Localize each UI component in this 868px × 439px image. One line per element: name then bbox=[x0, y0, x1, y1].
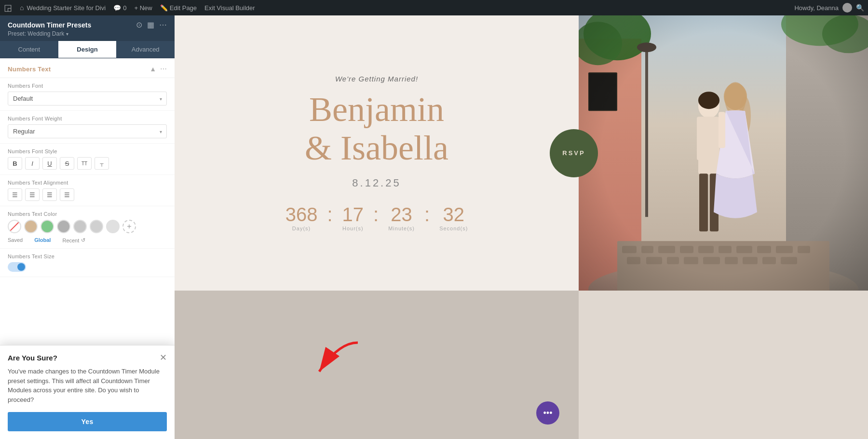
avatar bbox=[842, 3, 852, 13]
toggle-thumb bbox=[17, 263, 25, 271]
rsvp-label: RSVP bbox=[562, 149, 585, 157]
numbers-font-style-field: Numbers Font Style B I U S TT ┬ bbox=[0, 144, 175, 175]
preset-caret-icon[interactable]: ▾ bbox=[66, 31, 68, 37]
numbers-font-weight-field: Numbers Font Weight Regular ▾ bbox=[0, 111, 175, 144]
color-swatch-gray3[interactable] bbox=[90, 220, 103, 233]
color-swatch-gray2[interactable] bbox=[73, 220, 87, 233]
strikethrough-button[interactable]: S bbox=[60, 157, 74, 170]
wedding-date: 8.12.25 bbox=[352, 177, 401, 189]
color-swatches-row: + bbox=[8, 220, 167, 233]
numbers-font-field: Numbers Font Default ▾ bbox=[0, 78, 175, 111]
align-center-button[interactable]: ☰ bbox=[25, 188, 40, 201]
confirm-dialog: Are You Sure? ✕ You've made changes to t… bbox=[0, 345, 175, 439]
align-right-button[interactable]: ☰ bbox=[42, 188, 57, 201]
confirm-yes-button[interactable]: Yes bbox=[8, 412, 167, 431]
numbers-text-alignment-label: Numbers Text Alignment bbox=[8, 180, 167, 186]
panel-grid-icon[interactable]: ▦ bbox=[147, 20, 154, 29]
svg-rect-44 bbox=[579, 15, 868, 291]
countdown-minutes: 23 Minute(s) bbox=[388, 204, 415, 231]
recent-label: Recent ↺ bbox=[62, 237, 85, 243]
page-preview: We're Getting Married! Benjamin& Isabell… bbox=[175, 15, 868, 439]
wedding-subtitle: We're Getting Married! bbox=[335, 75, 418, 83]
site-name-link[interactable]: ⌂ Wedding Starter Site for Divi bbox=[20, 4, 106, 12]
countdown-sep-3: : bbox=[424, 204, 430, 226]
superscript-button[interactable]: ┬ bbox=[95, 157, 109, 170]
hours-label: Hour(s) bbox=[342, 226, 364, 231]
color-swatch-green[interactable] bbox=[41, 220, 54, 233]
numbers-font-weight-label: Numbers Font Weight bbox=[8, 116, 167, 121]
panel-preset-row: Preset: Wedding Dark ▾ bbox=[8, 30, 167, 37]
new-content-link[interactable]: + New bbox=[134, 4, 152, 12]
section-more-icon[interactable]: ⋯ bbox=[160, 65, 167, 73]
wp-logo-icon[interactable]: ◲ bbox=[4, 2, 12, 13]
more-icon: ••• bbox=[543, 408, 553, 418]
bold-button[interactable]: B bbox=[8, 157, 22, 170]
wedding-content-panel: We're Getting Married! Benjamin& Isabell… bbox=[175, 15, 579, 291]
add-color-swatch-button[interactable]: + bbox=[122, 220, 136, 233]
color-swatch-gray4[interactable] bbox=[106, 220, 120, 233]
saved-label: Saved bbox=[8, 237, 23, 243]
exit-builder-label: Exit Visual Builder bbox=[204, 4, 255, 12]
rsvp-button[interactable]: RSVP bbox=[550, 129, 598, 177]
site-name-text: Wedding Starter Site for Divi bbox=[27, 4, 106, 12]
confirm-body: You've made changes to the Countdown Tim… bbox=[8, 367, 167, 404]
numbers-font-weight-select[interactable]: Regular bbox=[8, 124, 167, 138]
wedding-bottom-left bbox=[175, 291, 579, 439]
align-buttons: ☰ ☰ ☰ ☰ bbox=[8, 188, 167, 201]
panel-more-icon[interactable]: ⋯ bbox=[159, 20, 167, 29]
numbers-text-color-label: Numbers Text Color bbox=[8, 211, 167, 217]
color-swatch-tan[interactable] bbox=[24, 220, 38, 233]
numbers-text-alignment-field: Numbers Text Alignment ☰ ☰ ☰ ☰ bbox=[0, 175, 175, 206]
comments-link[interactable]: 💬 0 bbox=[113, 4, 126, 12]
tab-bar: Content Design Advanced bbox=[0, 41, 175, 58]
section-numbers-text: Numbers Text ▲ ⋯ bbox=[0, 58, 175, 78]
color-labels-row: Saved Global Recent ↺ bbox=[8, 237, 167, 243]
exit-visual-builder-link[interactable]: Exit Visual Builder bbox=[204, 4, 255, 12]
confirm-close-button[interactable]: ✕ bbox=[160, 353, 167, 362]
font-style-buttons: B I U S TT ┬ bbox=[8, 157, 167, 170]
tab-design[interactable]: Design bbox=[58, 41, 117, 58]
edit-page-label: Edit Page bbox=[170, 4, 197, 12]
edit-page-link[interactable]: ✏️ Edit Page bbox=[160, 4, 197, 12]
days-label: Day(s) bbox=[285, 226, 318, 231]
numbers-text-size-field: Numbers Text Size bbox=[0, 249, 175, 277]
reset-icon[interactable]: ↺ bbox=[81, 237, 85, 243]
seconds-number: 32 bbox=[439, 204, 468, 226]
couple-photo-panel bbox=[579, 15, 868, 291]
numbers-font-label: Numbers Font bbox=[8, 83, 167, 89]
panel-title: Countdown Timer Presets bbox=[8, 21, 91, 29]
search-icon[interactable]: 🔍 bbox=[856, 4, 864, 12]
main-layout: Countdown Timer Presets ⊙ ▦ ⋯ Preset: We… bbox=[0, 0, 868, 439]
color-swatch-none[interactable] bbox=[8, 220, 21, 233]
wedding-top-section: We're Getting Married! Benjamin& Isabell… bbox=[175, 15, 868, 291]
toggle-track[interactable] bbox=[8, 262, 26, 272]
section-title: Numbers Text bbox=[8, 66, 51, 73]
couple-photo-svg bbox=[579, 15, 868, 291]
numbers-font-select[interactable]: Default bbox=[8, 92, 167, 106]
more-options-button[interactable]: ••• bbox=[536, 401, 559, 425]
countdown-days: 368 Day(s) bbox=[285, 204, 318, 231]
panel-viewport-icon[interactable]: ⊙ bbox=[136, 20, 142, 29]
seconds-label: Second(s) bbox=[439, 226, 468, 231]
align-justify-button[interactable]: ☰ bbox=[60, 188, 74, 201]
comment-icon: 💬 bbox=[113, 4, 121, 12]
numbers-font-weight-select-wrapper: Regular ▾ bbox=[8, 124, 167, 138]
uppercase-button[interactable]: TT bbox=[77, 157, 92, 170]
countdown-sep-1: : bbox=[327, 204, 332, 226]
confirm-header: Are You Sure? ✕ bbox=[8, 353, 167, 362]
site-home-icon: ⌂ bbox=[20, 4, 24, 12]
canvas-area: We're Getting Married! Benjamin& Isabell… bbox=[175, 15, 868, 439]
color-swatch-gray1[interactable] bbox=[57, 220, 70, 233]
underline-button[interactable]: U bbox=[42, 157, 57, 170]
italic-button[interactable]: I bbox=[25, 157, 40, 170]
numbers-font-select-wrapper: Default ▾ bbox=[8, 92, 167, 106]
global-label[interactable]: Global bbox=[34, 237, 51, 243]
align-left-button[interactable]: ☰ bbox=[8, 188, 22, 201]
panel-header: Countdown Timer Presets ⊙ ▦ ⋯ Preset: We… bbox=[0, 15, 175, 41]
section-collapse-icon[interactable]: ▲ bbox=[149, 65, 156, 73]
new-label: + New bbox=[134, 4, 152, 12]
tab-advanced[interactable]: Advanced bbox=[116, 41, 175, 58]
days-number: 368 bbox=[285, 204, 318, 226]
countdown-sep-2: : bbox=[373, 204, 379, 226]
tab-content[interactable]: Content bbox=[0, 41, 58, 58]
